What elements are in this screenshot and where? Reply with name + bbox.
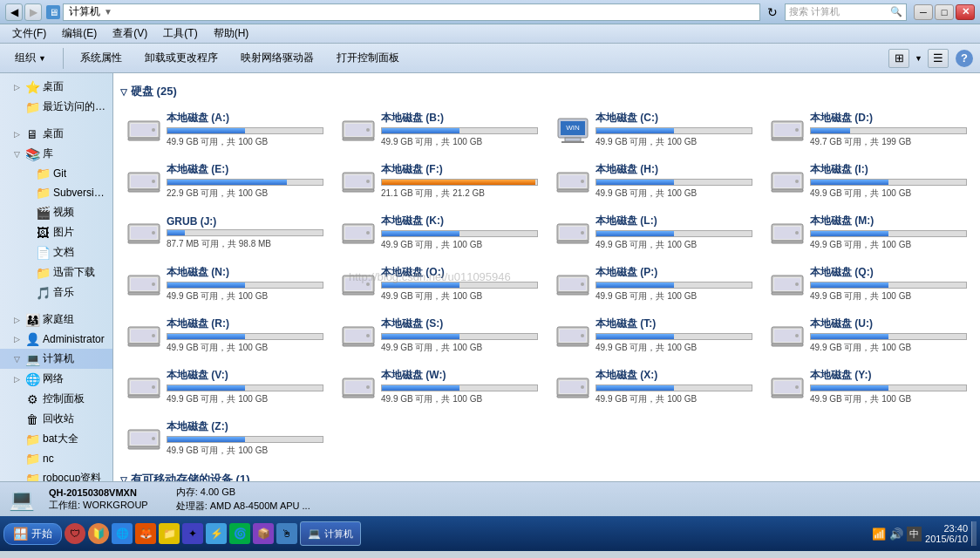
close-button[interactable]: ✕ bbox=[956, 4, 975, 20]
sidebar-item-desktop2[interactable]: ▷ 🖥 桌面 bbox=[0, 124, 112, 144]
status-workgroup: 工作组: WORKGROUP bbox=[49, 499, 148, 512]
refresh-button[interactable]: ↻ bbox=[764, 3, 781, 21]
menu-view[interactable]: 查看(V) bbox=[105, 24, 154, 43]
drive-item[interactable]: 本地磁盘 (D:) 49.7 GB 可用，共 199 GB bbox=[764, 106, 973, 153]
drive-bar-fill bbox=[382, 334, 459, 339]
sidebar-item-recent[interactable]: ▷ 📁 最近访问的位置 bbox=[0, 97, 112, 117]
menu-edit[interactable]: 编辑(E) bbox=[55, 24, 104, 43]
sidebar-item-computer[interactable]: ▽ 💻 计算机 bbox=[0, 349, 112, 369]
drive-item[interactable]: 本地磁盘 (X:) 49.9 GB 可用，共 100 GB bbox=[549, 364, 759, 410]
removable-arrow[interactable]: ▽ bbox=[120, 475, 127, 482]
drive-bar-container bbox=[810, 179, 967, 186]
sidebar-item-desktop-fav[interactable]: ▷ ⭐ 桌面 bbox=[0, 77, 112, 97]
drive-icon bbox=[555, 373, 590, 401]
tray-icon-volume[interactable]: 🔊 bbox=[889, 527, 903, 541]
sidebar-item-video[interactable]: ▷ 🎬 视频 bbox=[0, 202, 112, 222]
help-icon[interactable]: ? bbox=[956, 50, 973, 67]
sidebar-item-homegroup[interactable]: ▷ 👨‍👩‍👧 家庭组 bbox=[0, 310, 112, 330]
drive-item[interactable]: 本地磁盘 (H:) 49.9 GB 可用，共 100 GB bbox=[549, 158, 759, 204]
taskbar-icon-app9[interactable]: 🖱 bbox=[276, 523, 297, 544]
taskbar-icon-explorer[interactable]: 📁 bbox=[159, 523, 180, 544]
drive-item[interactable]: 本地磁盘 (L:) 49.9 GB 可用，共 100 GB bbox=[549, 209, 759, 255]
sidebar-item-xunlei[interactable]: ▷ 📁 迅雷下载 bbox=[0, 262, 112, 282]
taskbar-app-computer[interactable]: 💻 计算机 bbox=[300, 521, 361, 546]
back-button[interactable]: ◀ bbox=[5, 3, 23, 21]
drive-item[interactable]: 本地磁盘 (P:) 49.9 GB 可用，共 100 GB bbox=[549, 261, 759, 307]
drive-item[interactable]: 本地磁盘 (R:) 49.9 GB 可用，共 100 GB bbox=[120, 312, 330, 358]
drive-item[interactable]: 本地磁盘 (I:) 49.9 GB 可用，共 100 GB bbox=[764, 158, 973, 204]
drive-icon bbox=[126, 116, 161, 144]
sidebar-item-docs[interactable]: ▷ 📄 文档 bbox=[0, 242, 112, 262]
drive-item[interactable]: 本地磁盘 (V:) 49.9 GB 可用，共 100 GB bbox=[120, 364, 330, 410]
taskbar-icon-app8[interactable]: 📦 bbox=[253, 523, 274, 544]
drive-item[interactable]: 本地磁盘 (U:) 49.9 GB 可用，共 100 GB bbox=[764, 312, 973, 358]
sidebar-item-pictures[interactable]: ▷ 🖼 图片 bbox=[0, 222, 112, 242]
view-toggle-button[interactable]: ▼ bbox=[915, 54, 922, 63]
drive-item[interactable]: 本地磁盘 (Y:) 49.9 GB 可用，共 100 GB bbox=[764, 364, 973, 410]
details-view-button[interactable]: ☰ bbox=[928, 49, 949, 68]
taskbar-icon-firefox[interactable]: 🦊 bbox=[135, 523, 156, 544]
show-desktop-button[interactable] bbox=[971, 521, 977, 546]
view-options-button[interactable]: ⊞ bbox=[888, 49, 909, 68]
taskbar-icon-torrent[interactable]: 🌀 bbox=[229, 523, 250, 544]
drive-item[interactable]: 本地磁盘 (Q:) 49.9 GB 可用，共 100 GB bbox=[764, 261, 973, 307]
minimize-button[interactable]: ─ bbox=[914, 4, 933, 20]
drive-item[interactable]: 本地磁盘 (A:) 49.9 GB 可用，共 100 GB bbox=[120, 106, 330, 153]
svg-rect-41 bbox=[772, 189, 803, 192]
drive-item[interactable]: 本地磁盘 (B:) 49.9 GB 可用，共 100 GB bbox=[335, 106, 544, 153]
sidebar-item-controlpanel[interactable]: ▷ ⚙ 控制面板 bbox=[0, 389, 112, 409]
drive-item[interactable]: 本地磁盘 (T:) 49.9 GB 可用，共 100 GB bbox=[549, 312, 759, 358]
open-control-panel-button[interactable]: 打开控制面板 bbox=[329, 46, 407, 70]
drive-item[interactable]: GRUB (J:) 87.7 MB 可用，共 98.8 MB bbox=[120, 209, 330, 255]
taskbar-icon-security[interactable]: 🛡 bbox=[65, 523, 85, 544]
tray-time-date[interactable]: 23:40 2015/6/10 bbox=[925, 523, 968, 544]
drive-item[interactable]: 本地磁盘 (W:) 49.9 GB 可用，共 100 GB bbox=[335, 364, 544, 410]
sidebar-item-subversion[interactable]: ▷ 📁 Subversion bbox=[0, 183, 112, 202]
sidebar-item-git[interactable]: ▷ 📁 Git bbox=[0, 164, 112, 183]
menu-help[interactable]: 帮助(H) bbox=[207, 24, 256, 43]
maximize-button[interactable]: □ bbox=[935, 4, 954, 20]
drive-info: 本地磁盘 (I:) 49.9 GB 可用，共 100 GB bbox=[810, 162, 967, 200]
drive-bar-container bbox=[810, 127, 967, 134]
drive-item[interactable]: 本地磁盘 (E:) 22.9 GB 可用，共 100 GB bbox=[120, 158, 330, 204]
svg-point-5 bbox=[152, 128, 155, 132]
organize-button[interactable]: 组织▼ bbox=[7, 46, 54, 70]
sidebar-item-bat[interactable]: ▷ 📁 bat大全 bbox=[0, 429, 112, 449]
menu-tools[interactable]: 工具(T) bbox=[156, 24, 204, 43]
svg-rect-56 bbox=[557, 241, 589, 243]
drive-item[interactable]: 本地磁盘 (M:) 49.9 GB 可用，共 100 GB bbox=[764, 209, 973, 255]
drive-item[interactable]: 本地磁盘 (O:) 49.9 GB 可用，共 100 GB bbox=[335, 261, 544, 307]
system-properties-button[interactable]: 系统属性 bbox=[72, 46, 130, 70]
breadcrumb[interactable]: 计算机 ▼ bbox=[63, 3, 760, 21]
sidebar-item-robocup[interactable]: ▷ 📁 robocup资料 bbox=[0, 468, 112, 481]
sidebar-item-library[interactable]: ▽ 📚 库 bbox=[0, 144, 112, 164]
sidebar-item-network[interactable]: ▷ 🌐 网络 bbox=[0, 369, 112, 389]
tray-icon-network[interactable]: 📶 bbox=[872, 527, 886, 541]
sidebar-item-recycle[interactable]: ▷ 🗑 回收站 bbox=[0, 409, 112, 429]
svg-text:WIN: WIN bbox=[566, 124, 580, 132]
drive-item[interactable]: 本地磁盘 (Z:) 49.9 GB 可用，共 100 GB bbox=[120, 415, 330, 461]
hard-drives-arrow[interactable]: ▽ bbox=[120, 87, 127, 97]
forward-button[interactable]: ▶ bbox=[24, 3, 42, 21]
svg-point-85 bbox=[152, 334, 155, 337]
sidebar-item-administrator[interactable]: ▷ 👤 Administrator bbox=[0, 330, 112, 349]
sidebar-item-music[interactable]: ▷ 🎵 音乐 bbox=[0, 282, 112, 303]
menu-file[interactable]: 文件(F) bbox=[5, 24, 53, 43]
drive-item[interactable]: WIN 本地磁盘 (C:) 49.9 GB 可用，共 100 GB bbox=[549, 106, 759, 153]
taskbar-icon-antivirus[interactable]: 🔰 bbox=[88, 523, 109, 544]
start-button[interactable]: 🪟 开始 bbox=[3, 523, 62, 545]
drive-bar-container bbox=[381, 384, 538, 391]
search-bar[interactable]: 搜索 计算机 🔍 bbox=[785, 3, 907, 21]
drive-item[interactable]: 本地磁盘 (K:) 49.9 GB 可用，共 100 GB bbox=[335, 209, 544, 255]
uninstall-button[interactable]: 卸载或更改程序 bbox=[137, 46, 226, 70]
drive-item[interactable]: 本地磁盘 (F:) 21.1 GB 可用，共 21.2 GB bbox=[335, 158, 544, 204]
taskbar-icon-ie[interactable]: 🌐 bbox=[112, 523, 133, 544]
sidebar-item-nc[interactable]: ▷ 📁 nc bbox=[0, 449, 112, 468]
taskbar-icon-app5[interactable]: ✦ bbox=[182, 523, 203, 544]
taskbar-icon-xunlei[interactable]: ⚡ bbox=[206, 523, 227, 544]
drive-item[interactable]: 本地磁盘 (S:) 49.9 GB 可用，共 100 GB bbox=[335, 312, 544, 358]
map-drive-button[interactable]: 映射网络驱动器 bbox=[233, 46, 322, 70]
drive-item[interactable]: 本地磁盘 (N:) 49.9 GB 可用，共 100 GB bbox=[120, 261, 330, 307]
tray-icon-ime[interactable]: 中 bbox=[907, 527, 922, 541]
toolbar-separator bbox=[63, 48, 64, 69]
